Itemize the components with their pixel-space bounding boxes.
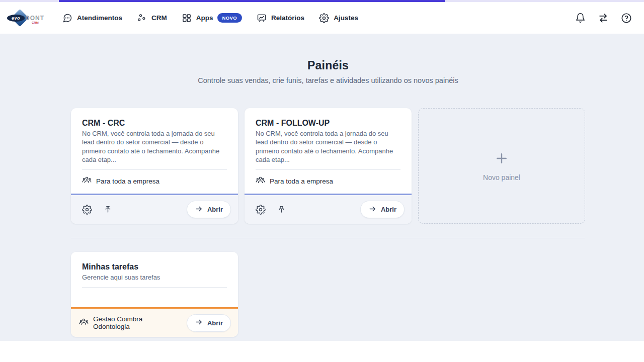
chat-bubble-icon (62, 13, 72, 23)
section-divider (71, 238, 585, 238)
content-column: Painéis Controle suas vendas, crie funis… (71, 34, 585, 337)
logo-evo-text: evo (7, 15, 25, 22)
panels-row: CRM - CRC No CRM, você controla toda a j… (71, 108, 585, 224)
team-icon (79, 317, 89, 329)
nav-right-actions (575, 13, 632, 24)
panel-card-crm-follow-up: CRM - FOLLOW-UP No CRM, você controla to… (245, 108, 412, 224)
transfer-icon[interactable] (598, 13, 609, 24)
panel-scope: Para toda a empresa (82, 175, 227, 187)
tasks-body: Minhas tarefas Gerencie aqui suas tarefa… (71, 252, 238, 307)
nav-item-ajustes[interactable]: Ajustes (319, 13, 358, 23)
open-panel-button[interactable]: Abrir (360, 201, 405, 218)
panel-scope-label: Para toda a empresa (96, 177, 159, 185)
nav-label: Apps (196, 14, 213, 22)
logo-crm-text: CRM (32, 21, 39, 24)
tasks-scope-label: Gestão Coimbra Odontologia (93, 315, 178, 330)
main-menu: Atendimentos CRM Apps NOVO (62, 13, 358, 23)
tasks-card: Minhas tarefas Gerencie aqui suas tarefa… (71, 252, 238, 337)
nav-item-atendimentos[interactable]: Atendimentos (62, 13, 122, 23)
nav-item-relatorios[interactable]: Relatórios (257, 13, 304, 23)
panel-description: No CRM, você controla toda a jornada do … (82, 129, 227, 164)
panel-divider (256, 169, 400, 170)
bell-icon[interactable] (575, 13, 586, 23)
apps-grid-icon (182, 13, 192, 23)
app-logo[interactable]: evo DONT CRM (7, 8, 45, 29)
panel-footer: Abrir (71, 194, 238, 224)
panel-footer: Abrir (245, 194, 412, 224)
open-tasks-button[interactable]: Abrir (187, 314, 231, 332)
team-icon (82, 175, 92, 187)
tasks-title: Minhas tarefas (82, 262, 227, 272)
panel-card-crm-crc: CRM - CRC No CRM, você controla toda a j… (71, 108, 238, 224)
panel-title: CRM - FOLLOW-UP (256, 118, 400, 128)
tasks-footer: Gestão Coimbra Odontologia Abrir (71, 307, 238, 337)
nav-item-apps[interactable]: Apps NOVO (182, 13, 242, 23)
arrow-right-icon (368, 205, 377, 215)
page-loading-bar (0, 0, 644, 2)
plus-icon (494, 151, 509, 168)
panel-description: No CRM, você controla toda a jornada do … (256, 129, 400, 164)
open-button-label: Abrir (207, 319, 223, 327)
gear-icon (319, 13, 329, 23)
pin-icon[interactable] (103, 205, 113, 214)
arrow-right-icon (195, 205, 203, 215)
main-content: Painéis Controle suas vendas, crie funis… (0, 34, 644, 341)
team-icon (256, 175, 265, 187)
panel-title: CRM - CRC (82, 118, 227, 128)
novo-badge: NOVO (217, 13, 243, 23)
open-button-label: Abrir (207, 206, 223, 213)
panel-settings-gear-icon[interactable] (256, 205, 266, 215)
nav-item-crm[interactable]: CRM (137, 13, 167, 23)
open-panel-button[interactable]: Abrir (187, 201, 231, 218)
nav-label: Ajustes (334, 14, 358, 22)
panel-scope-label: Para toda a empresa (270, 177, 333, 185)
nav-label: CRM (151, 14, 167, 22)
open-button-label: Abrir (381, 206, 396, 213)
panel-body: CRM - FOLLOW-UP No CRM, você controla to… (245, 108, 412, 194)
tasks-description: Gerencie aqui suas tarefas (82, 273, 227, 282)
new-panel-card[interactable]: Novo painel (418, 108, 585, 224)
panel-body: CRM - CRC No CRM, você controla toda a j… (71, 108, 238, 194)
arrow-right-icon (195, 318, 203, 328)
help-icon[interactable] (621, 13, 632, 24)
nodes-icon (137, 13, 147, 23)
new-panel-label: Novo painel (483, 173, 520, 182)
screen: evo DONT CRM Atendimentos (0, 0, 644, 362)
top-navigation: evo DONT CRM Atendimentos (0, 2, 644, 34)
page-title: Painéis (71, 34, 585, 72)
page-subtitle: Controle suas vendas, crie funis, tarefa… (71, 76, 585, 84)
panel-divider (82, 169, 227, 170)
report-chart-icon (257, 13, 267, 23)
nav-label: Relatórios (271, 14, 304, 22)
panel-settings-gear-icon[interactable] (82, 205, 92, 215)
pin-icon[interactable] (277, 205, 286, 214)
panel-scope: Para toda a empresa (256, 175, 400, 187)
tasks-divider (82, 287, 227, 288)
logo-dont-text: DONT (25, 15, 44, 22)
nav-label: Atendimentos (77, 14, 122, 22)
page-loading-bar-fill (59, 0, 445, 2)
